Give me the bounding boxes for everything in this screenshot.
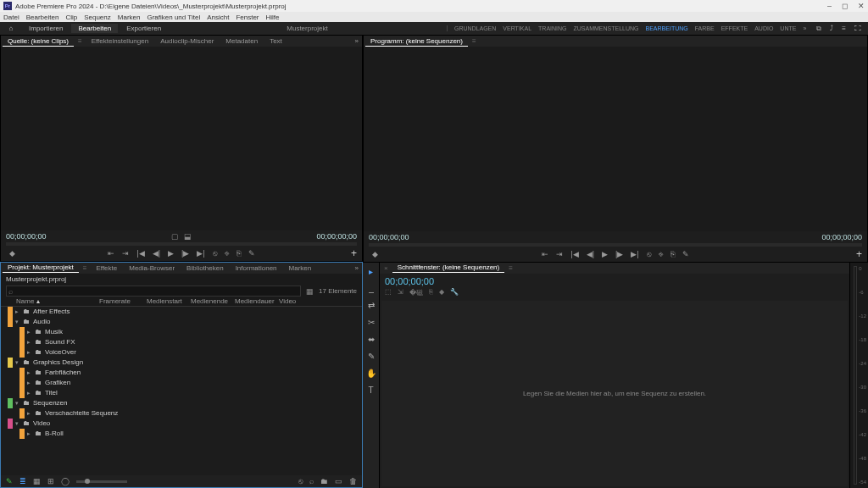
window-maximize-button[interactable]: ◻ — [842, 2, 848, 10]
project-tab[interactable]: Bibliotheken — [181, 263, 229, 273]
track-select-tool[interactable]: ⎯ — [365, 283, 377, 295]
settings-icon[interactable]: ✎ — [682, 250, 689, 258]
project-item[interactable]: ▸🖿Verschachtelte Sequenz — [1, 408, 362, 419]
home-button[interactable]: ⌂ — [0, 25, 22, 32]
settings-icon[interactable]: 🔧 — [450, 288, 459, 297]
menu-hilfe[interactable]: Hilfe — [266, 14, 280, 21]
add-button[interactable]: + — [856, 248, 862, 260]
new-item-icon[interactable]: ▭ — [335, 477, 342, 485]
window-minimize-button[interactable]: – — [827, 2, 832, 10]
source-tab[interactable]: Quelle: (keine Clips) — [3, 36, 74, 47]
project-tab[interactable]: Effekte — [91, 263, 122, 273]
slip-tool[interactable]: ⬌ — [365, 334, 377, 346]
menu-ansicht[interactable]: Ansicht — [207, 14, 229, 21]
quick-export-icon[interactable]: ⧉ — [816, 25, 821, 33]
program-view[interactable] — [364, 47, 867, 231]
disclosure-icon[interactable]: ▾ — [15, 359, 22, 366]
go-in-icon[interactable]: |◀ — [136, 249, 144, 258]
half-icon[interactable]: ⬓ — [184, 232, 192, 241]
lift-icon[interactable]: ⎋ — [647, 250, 651, 258]
step-fwd-icon[interactable]: |▶ — [615, 250, 623, 258]
project-search-input[interactable] — [6, 286, 301, 297]
source-tab[interactable]: Audioclip-Mischer — [155, 36, 219, 46]
project-tab[interactable]: Projekt: Musterprojekt — [3, 263, 79, 273]
disclosure-icon[interactable]: ▾ — [15, 319, 22, 325]
program-tab[interactable]: Programm: (keine Sequenzen) — [365, 36, 468, 47]
workspace-effekte[interactable]: EFFEKTE — [721, 25, 748, 31]
project-item[interactable]: ▾🖿Sequenzen — [1, 398, 362, 408]
find-icon[interactable]: ⌕ — [309, 477, 314, 485]
marker-icon[interactable]: ◆ — [9, 249, 15, 258]
project-item[interactable]: ▸🖿VoiceOver — [1, 347, 362, 358]
pen-tool[interactable]: ✎ — [365, 351, 377, 363]
disclosure-icon[interactable]: ▸ — [27, 329, 34, 336]
disclosure-icon[interactable]: ▾ — [15, 420, 22, 427]
zoom-slider[interactable] — [76, 480, 127, 483]
workspace-training[interactable]: TRAINING — [538, 25, 566, 31]
play-icon[interactable]: ▶ — [168, 249, 174, 258]
disclosure-icon[interactable]: ▸ — [15, 308, 22, 315]
mode-bearbeiten[interactable]: Bearbeiten — [71, 24, 118, 33]
project-tab[interactable]: Marken — [284, 263, 317, 273]
snap-icon[interactable]: �磁 — [409, 288, 423, 297]
project-tab[interactable]: Informationen — [231, 263, 282, 273]
selection-tool[interactable]: ▸ — [365, 266, 377, 278]
timeline-timecode[interactable]: 00;00;00;00 — [385, 276, 844, 286]
project-item[interactable]: ▸🖿B-Roll — [1, 429, 362, 439]
source-view[interactable] — [1, 47, 362, 230]
list-view-icon[interactable]: ≣ — [19, 477, 26, 485]
mark-out-icon[interactable]: ⇥ — [122, 249, 129, 258]
disclosure-icon[interactable]: ▸ — [27, 390, 34, 396]
menu-datei[interactable]: Datei — [3, 14, 19, 21]
project-item[interactable]: ▸🖿After Effects — [1, 307, 362, 317]
export-frame-icon[interactable]: ⎘ — [236, 249, 241, 258]
mode-importieren[interactable]: Importieren — [22, 24, 70, 33]
workspace-vertikal[interactable]: VERTIKAL — [503, 25, 531, 31]
delete-icon[interactable]: 🗑 — [349, 477, 357, 485]
timeline-tab[interactable]: Schnittfenster: (keine Sequenzen) — [392, 263, 505, 273]
project-item[interactable]: ▾🖿Audio — [1, 317, 362, 327]
overflow-icon[interactable]: » — [352, 37, 362, 45]
go-in-icon[interactable]: |◀ — [570, 250, 578, 258]
workspace-bearbeitung[interactable]: BEARBEITUNG — [646, 25, 688, 31]
workspace-zusammenstellung[interactable]: ZUSAMMENSTELLUNG — [574, 25, 639, 31]
auto-icon[interactable]: ⎋ — [298, 477, 303, 485]
fullscreen-icon[interactable]: ⛶ — [854, 25, 861, 33]
menu-marken[interactable]: Marken — [118, 14, 141, 21]
ripple-tool[interactable]: ⇄ — [365, 300, 377, 312]
go-out-icon[interactable]: ▶| — [631, 250, 638, 258]
project-item[interactable]: ▸🖿Sound FX — [1, 337, 362, 347]
disclosure-icon[interactable]: ▸ — [27, 410, 34, 417]
extract-icon[interactable]: ⎆ — [659, 250, 663, 258]
workspace-grundlagen[interactable]: GRUNDLAGEN — [454, 25, 496, 31]
disclosure-icon[interactable]: ▸ — [27, 430, 34, 437]
fit-icon[interactable]: ▢ — [171, 232, 179, 241]
step-back-icon[interactable]: ◀| — [587, 250, 594, 258]
mode-exportieren[interactable]: Exportieren — [120, 24, 168, 33]
project-tab[interactable]: Media-Browser — [124, 263, 180, 273]
project-item[interactable]: ▸🖿Farbflächen — [1, 368, 362, 378]
source-tab[interactable]: Text — [264, 36, 287, 46]
overflow-icon[interactable]: » — [352, 264, 362, 272]
window-close-button[interactable]: ✕ — [858, 2, 865, 10]
add-button[interactable]: + — [351, 247, 357, 259]
export-frame-icon[interactable]: ⎘ — [670, 250, 675, 258]
workspace-unte[interactable]: UNTE — [780, 25, 796, 31]
new-bin-icon[interactable]: ▦ — [306, 287, 314, 296]
nest-icon[interactable]: ⬚ — [385, 288, 392, 297]
project-item[interactable]: ▸🖿Grafiken — [1, 378, 362, 388]
disclosure-icon[interactable]: ▸ — [27, 349, 34, 356]
disclosure-icon[interactable]: ▾ — [15, 400, 22, 407]
marker-icon[interactable]: ◆ — [439, 288, 444, 297]
project-item[interactable]: ▾🖿Video — [1, 419, 362, 429]
mark-in-icon[interactable]: ⇤ — [108, 249, 114, 258]
razor-tool[interactable]: ✂ — [365, 317, 377, 329]
settings-icon[interactable]: ✎ — [248, 249, 255, 258]
menu-sequenz[interactable]: Sequenz — [84, 14, 111, 21]
menu-grafiken und titel[interactable]: Grafiken und Titel — [147, 14, 200, 21]
project-tree[interactable]: ▸🖿After Effects▾🖿Audio▸🖿Musik▸🖿Sound FX▸… — [1, 307, 362, 476]
pencil-icon[interactable]: ✎ — [6, 477, 13, 485]
marker-icon[interactable]: ◆ — [372, 250, 378, 258]
workspace-menu-icon[interactable]: ≡ — [842, 25, 846, 33]
disclosure-icon[interactable]: ▸ — [27, 339, 34, 346]
